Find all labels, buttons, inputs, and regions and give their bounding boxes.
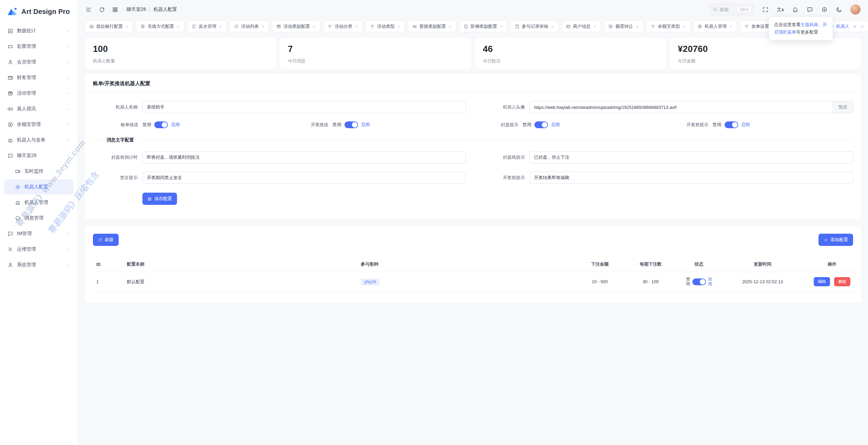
search-input[interactable]	[720, 7, 735, 12]
sidebar-subitem-robot-manage[interactable]: 机器人管理	[4, 195, 74, 210]
countdown-input[interactable]	[142, 151, 466, 163]
tab-participation-audit[interactable]: 参与记录审核	[510, 21, 559, 32]
sealed-line-input[interactable]	[530, 151, 853, 163]
close-icon[interactable]	[499, 25, 503, 28]
sidebar-item-live-video[interactable]: 真人视讯	[4, 101, 74, 116]
stat-card-today-messages: 7 今日消息	[280, 38, 471, 69]
global-search[interactable]: Ctrl k	[709, 4, 754, 15]
pre-draw-text-input[interactable]	[530, 172, 853, 184]
sidebar-item-label: 彩票管理	[17, 43, 62, 50]
app-title: Art Design Pro	[21, 8, 70, 16]
breadcrumb-parent[interactable]: 聊天室28	[126, 6, 146, 13]
translate-icon[interactable]: 文A	[777, 7, 784, 12]
save-config-button[interactable]: 保存配置	[142, 193, 177, 205]
pre-draw-notice-toggle[interactable]	[725, 121, 738, 128]
user-icon	[7, 59, 13, 65]
mute-notice-input[interactable]	[142, 172, 466, 184]
countdown-label: 封盘前倒计时	[93, 154, 142, 160]
sidebar-subitem-robot-config[interactable]: 机器人配置	[4, 179, 74, 194]
add-config-button[interactable]: 添加配置	[818, 234, 853, 246]
tab-withdraw-bank-config[interactable]: 提款银行配置	[85, 21, 133, 32]
sidebar-item-robot-dispatch[interactable]: 机器人与发单	[4, 133, 74, 148]
close-icon[interactable]	[593, 25, 597, 28]
refresh-circle-icon	[192, 24, 196, 29]
delete-button[interactable]: 删除	[834, 277, 850, 286]
notification-bell-icon[interactable]	[792, 6, 798, 13]
draw-push-label: 开奖推送	[283, 122, 333, 128]
sidebar-item-activities[interactable]: 活动管理	[4, 86, 74, 101]
toggle-off-label: 禁用	[713, 122, 722, 128]
refresh-button-label: 刷新	[105, 237, 114, 243]
gift-icon	[276, 24, 281, 29]
tab-merchant-info[interactable]: 商户信息	[561, 21, 601, 32]
sidebar-item-label: 活动管理	[17, 90, 62, 96]
tab-activity-category[interactable]: 活动分类	[323, 21, 363, 32]
tab-activity-type[interactable]: 活动类型	[366, 21, 405, 32]
sidebar-item-lottery[interactable]: 彩票管理	[4, 39, 74, 54]
refresh-page-icon[interactable]	[99, 6, 105, 13]
tab-activity-list[interactable]: 活动列表	[230, 21, 269, 32]
tab-ladder-reward-config[interactable]: 阶梯奖励配置	[459, 21, 508, 32]
stat-label: 今日消息	[288, 58, 463, 64]
pre-draw-notice-label: 开奖前提示	[663, 122, 713, 128]
tab-rebate-manage[interactable]: 反水管理	[187, 21, 227, 32]
tab-recharge-method-config[interactable]: 充值方式配置	[136, 21, 184, 32]
close-icon[interactable]	[682, 25, 686, 28]
tab-label: 额度转让	[615, 23, 633, 30]
preview-button[interactable]: 预览	[833, 101, 853, 113]
sidebar-item-label: 机器人配置	[24, 184, 70, 190]
close-icon[interactable]	[219, 25, 222, 28]
table-header-row: ID 配置名称 参与彩种 下注金额 每期下注数 状态 更新时间 操作	[93, 257, 861, 272]
sidebar-item-ops-manage[interactable]: 运维管理	[4, 242, 74, 257]
robot-name-input[interactable]	[142, 101, 466, 113]
tab-activity-reward-config[interactable]: 活动奖励配置	[272, 21, 320, 32]
close-icon[interactable]	[176, 25, 180, 28]
sidebar-item-finance[interactable]: 财务管理	[4, 70, 74, 85]
tab-robot-manage[interactable]: 机器人管理	[693, 21, 737, 32]
close-icon[interactable]	[448, 25, 452, 28]
sidebar-item-yuebao[interactable]: 余额宝管理	[4, 117, 74, 132]
sidebar-item-members[interactable]: 会员管理	[4, 55, 74, 70]
bill-push-toggle[interactable]	[154, 121, 168, 128]
close-icon[interactable]	[397, 25, 401, 28]
lottery-tag[interactable]: yfxy28	[361, 278, 379, 285]
close-icon[interactable]	[729, 25, 733, 28]
messages-icon[interactable]	[807, 6, 813, 13]
stat-value: 46	[483, 44, 658, 54]
close-icon[interactable]	[312, 25, 316, 28]
tab-label: 机器人管理	[705, 23, 727, 30]
tab-yuebao-type[interactable]: 余额宝类型	[646, 21, 690, 32]
tabs-dropdown-button[interactable]	[848, 21, 861, 32]
user-avatar[interactable]	[850, 4, 861, 15]
config-table-panel: 刷新 添加配置 ID 配置名称 参与彩种 下注金额 每期下注数 状态	[85, 226, 861, 302]
apps-grid-icon[interactable]	[112, 6, 118, 13]
sidebar-item-data-stats[interactable]: 数据统计	[4, 23, 74, 38]
close-icon[interactable]	[355, 25, 358, 28]
sidebar-subitem-realtime-monitor[interactable]: 实时监控	[4, 164, 74, 179]
draw-push-toggle[interactable]	[344, 121, 358, 128]
theme-style-link[interactable]: 主题风格	[801, 22, 818, 27]
sidebar-item-system-manage[interactable]: 系统管理	[4, 257, 74, 272]
tooltip-text: 点击这里查看	[774, 22, 801, 27]
close-icon[interactable]	[261, 25, 265, 28]
dark-mode-moon-icon[interactable]	[836, 6, 842, 13]
tooltip-text: 等更多配置	[796, 30, 818, 35]
close-icon[interactable]	[125, 25, 129, 28]
tab-quota-transfer[interactable]: 额度转让	[604, 21, 644, 32]
refresh-button[interactable]: 刷新	[93, 234, 119, 246]
seal-notice-toggle[interactable]	[534, 121, 548, 128]
sidebar-item-chatroom28[interactable]: 聊天室28	[4, 148, 74, 163]
close-icon[interactable]	[551, 25, 554, 28]
edit-button[interactable]: 编辑	[814, 277, 830, 286]
fullscreen-icon[interactable]	[762, 6, 769, 13]
sidebar-item-im-manage[interactable]: IM管理	[4, 226, 74, 241]
collapse-menu-icon[interactable]	[85, 6, 92, 13]
settings-gear-icon[interactable]	[821, 6, 828, 13]
tab-promotion-reward-config[interactable]: 晋级奖励配置	[408, 21, 456, 32]
row-status-toggle[interactable]	[692, 278, 706, 285]
toggle-off-label: 禁用	[333, 122, 341, 128]
robot-avatar-url-input[interactable]	[530, 101, 833, 113]
sidebar-subitem-message-manage[interactable]: 消息管理	[4, 211, 74, 226]
stat-card-robot-count: 100 机器人数量	[85, 38, 276, 69]
close-icon[interactable]	[635, 25, 639, 28]
